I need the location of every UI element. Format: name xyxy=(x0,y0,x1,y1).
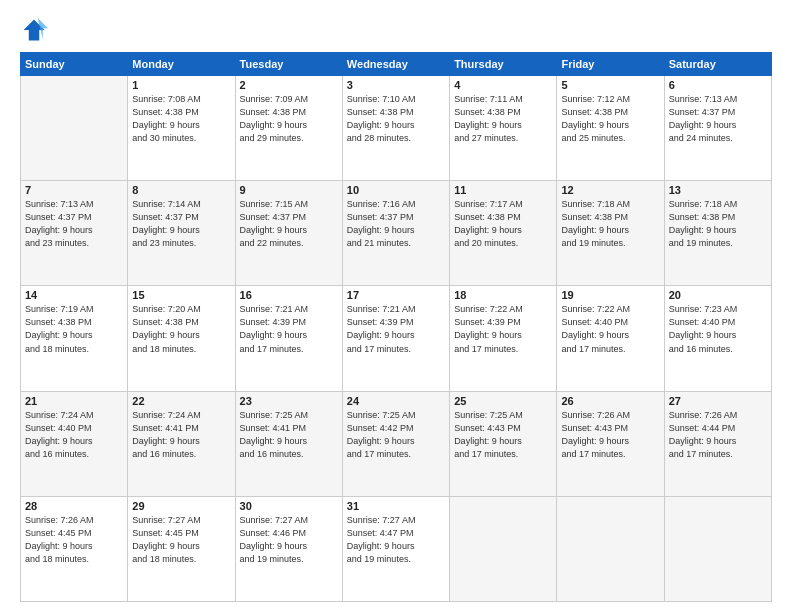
weekday-header: Saturday xyxy=(664,53,771,76)
calendar-week-row: 21Sunrise: 7:24 AM Sunset: 4:40 PM Dayli… xyxy=(21,391,772,496)
calendar-cell: 9Sunrise: 7:15 AM Sunset: 4:37 PM Daylig… xyxy=(235,181,342,286)
day-info: Sunrise: 7:13 AM Sunset: 4:37 PM Dayligh… xyxy=(669,93,767,145)
day-info: Sunrise: 7:27 AM Sunset: 4:46 PM Dayligh… xyxy=(240,514,338,566)
weekday-header: Tuesday xyxy=(235,53,342,76)
weekday-header: Thursday xyxy=(450,53,557,76)
header xyxy=(20,16,772,44)
day-info: Sunrise: 7:13 AM Sunset: 4:37 PM Dayligh… xyxy=(25,198,123,250)
day-number: 22 xyxy=(132,395,230,407)
calendar-week-row: 1Sunrise: 7:08 AM Sunset: 4:38 PM Daylig… xyxy=(21,76,772,181)
page: SundayMondayTuesdayWednesdayThursdayFrid… xyxy=(0,0,792,612)
day-info: Sunrise: 7:27 AM Sunset: 4:45 PM Dayligh… xyxy=(132,514,230,566)
day-info: Sunrise: 7:21 AM Sunset: 4:39 PM Dayligh… xyxy=(240,303,338,355)
day-info: Sunrise: 7:15 AM Sunset: 4:37 PM Dayligh… xyxy=(240,198,338,250)
calendar-cell: 10Sunrise: 7:16 AM Sunset: 4:37 PM Dayli… xyxy=(342,181,449,286)
day-info: Sunrise: 7:23 AM Sunset: 4:40 PM Dayligh… xyxy=(669,303,767,355)
day-info: Sunrise: 7:19 AM Sunset: 4:38 PM Dayligh… xyxy=(25,303,123,355)
calendar-cell: 21Sunrise: 7:24 AM Sunset: 4:40 PM Dayli… xyxy=(21,391,128,496)
day-number: 31 xyxy=(347,500,445,512)
day-number: 24 xyxy=(347,395,445,407)
day-info: Sunrise: 7:24 AM Sunset: 4:40 PM Dayligh… xyxy=(25,409,123,461)
day-info: Sunrise: 7:17 AM Sunset: 4:38 PM Dayligh… xyxy=(454,198,552,250)
day-info: Sunrise: 7:25 AM Sunset: 4:43 PM Dayligh… xyxy=(454,409,552,461)
calendar-cell: 31Sunrise: 7:27 AM Sunset: 4:47 PM Dayli… xyxy=(342,496,449,601)
day-number: 8 xyxy=(132,184,230,196)
day-info: Sunrise: 7:26 AM Sunset: 4:45 PM Dayligh… xyxy=(25,514,123,566)
calendar-cell: 25Sunrise: 7:25 AM Sunset: 4:43 PM Dayli… xyxy=(450,391,557,496)
day-info: Sunrise: 7:27 AM Sunset: 4:47 PM Dayligh… xyxy=(347,514,445,566)
weekday-header: Friday xyxy=(557,53,664,76)
weekday-header: Sunday xyxy=(21,53,128,76)
calendar-cell: 20Sunrise: 7:23 AM Sunset: 4:40 PM Dayli… xyxy=(664,286,771,391)
calendar-cell: 30Sunrise: 7:27 AM Sunset: 4:46 PM Dayli… xyxy=(235,496,342,601)
day-info: Sunrise: 7:22 AM Sunset: 4:39 PM Dayligh… xyxy=(454,303,552,355)
day-number: 17 xyxy=(347,289,445,301)
calendar-cell: 26Sunrise: 7:26 AM Sunset: 4:43 PM Dayli… xyxy=(557,391,664,496)
calendar-cell xyxy=(557,496,664,601)
day-number: 14 xyxy=(25,289,123,301)
day-number: 16 xyxy=(240,289,338,301)
day-info: Sunrise: 7:20 AM Sunset: 4:38 PM Dayligh… xyxy=(132,303,230,355)
calendar-cell: 5Sunrise: 7:12 AM Sunset: 4:38 PM Daylig… xyxy=(557,76,664,181)
day-number: 20 xyxy=(669,289,767,301)
day-number: 25 xyxy=(454,395,552,407)
calendar-cell xyxy=(21,76,128,181)
calendar-cell: 24Sunrise: 7:25 AM Sunset: 4:42 PM Dayli… xyxy=(342,391,449,496)
calendar-cell: 17Sunrise: 7:21 AM Sunset: 4:39 PM Dayli… xyxy=(342,286,449,391)
day-info: Sunrise: 7:26 AM Sunset: 4:43 PM Dayligh… xyxy=(561,409,659,461)
calendar-cell: 23Sunrise: 7:25 AM Sunset: 4:41 PM Dayli… xyxy=(235,391,342,496)
calendar-cell: 6Sunrise: 7:13 AM Sunset: 4:37 PM Daylig… xyxy=(664,76,771,181)
day-number: 18 xyxy=(454,289,552,301)
calendar-cell: 1Sunrise: 7:08 AM Sunset: 4:38 PM Daylig… xyxy=(128,76,235,181)
calendar-table: SundayMondayTuesdayWednesdayThursdayFrid… xyxy=(20,52,772,602)
day-info: Sunrise: 7:08 AM Sunset: 4:38 PM Dayligh… xyxy=(132,93,230,145)
day-number: 4 xyxy=(454,79,552,91)
day-number: 12 xyxy=(561,184,659,196)
day-info: Sunrise: 7:21 AM Sunset: 4:39 PM Dayligh… xyxy=(347,303,445,355)
weekday-header: Monday xyxy=(128,53,235,76)
calendar-cell: 13Sunrise: 7:18 AM Sunset: 4:38 PM Dayli… xyxy=(664,181,771,286)
day-info: Sunrise: 7:12 AM Sunset: 4:38 PM Dayligh… xyxy=(561,93,659,145)
day-number: 1 xyxy=(132,79,230,91)
weekday-header-row: SundayMondayTuesdayWednesdayThursdayFrid… xyxy=(21,53,772,76)
calendar-cell: 29Sunrise: 7:27 AM Sunset: 4:45 PM Dayli… xyxy=(128,496,235,601)
day-info: Sunrise: 7:16 AM Sunset: 4:37 PM Dayligh… xyxy=(347,198,445,250)
day-number: 3 xyxy=(347,79,445,91)
day-number: 23 xyxy=(240,395,338,407)
day-info: Sunrise: 7:18 AM Sunset: 4:38 PM Dayligh… xyxy=(669,198,767,250)
calendar-cell: 15Sunrise: 7:20 AM Sunset: 4:38 PM Dayli… xyxy=(128,286,235,391)
day-number: 19 xyxy=(561,289,659,301)
day-number: 15 xyxy=(132,289,230,301)
day-info: Sunrise: 7:10 AM Sunset: 4:38 PM Dayligh… xyxy=(347,93,445,145)
calendar-cell: 11Sunrise: 7:17 AM Sunset: 4:38 PM Dayli… xyxy=(450,181,557,286)
calendar-cell: 3Sunrise: 7:10 AM Sunset: 4:38 PM Daylig… xyxy=(342,76,449,181)
logo-icon xyxy=(20,16,48,44)
day-number: 6 xyxy=(669,79,767,91)
day-number: 30 xyxy=(240,500,338,512)
calendar-cell: 27Sunrise: 7:26 AM Sunset: 4:44 PM Dayli… xyxy=(664,391,771,496)
day-number: 5 xyxy=(561,79,659,91)
day-number: 21 xyxy=(25,395,123,407)
calendar-cell: 16Sunrise: 7:21 AM Sunset: 4:39 PM Dayli… xyxy=(235,286,342,391)
logo xyxy=(20,16,52,44)
day-info: Sunrise: 7:14 AM Sunset: 4:37 PM Dayligh… xyxy=(132,198,230,250)
calendar-cell: 7Sunrise: 7:13 AM Sunset: 4:37 PM Daylig… xyxy=(21,181,128,286)
calendar-cell: 22Sunrise: 7:24 AM Sunset: 4:41 PM Dayli… xyxy=(128,391,235,496)
day-number: 7 xyxy=(25,184,123,196)
day-info: Sunrise: 7:25 AM Sunset: 4:41 PM Dayligh… xyxy=(240,409,338,461)
day-number: 26 xyxy=(561,395,659,407)
calendar-cell xyxy=(450,496,557,601)
day-info: Sunrise: 7:24 AM Sunset: 4:41 PM Dayligh… xyxy=(132,409,230,461)
calendar-cell xyxy=(664,496,771,601)
day-number: 11 xyxy=(454,184,552,196)
calendar-cell: 4Sunrise: 7:11 AM Sunset: 4:38 PM Daylig… xyxy=(450,76,557,181)
day-info: Sunrise: 7:09 AM Sunset: 4:38 PM Dayligh… xyxy=(240,93,338,145)
calendar-week-row: 28Sunrise: 7:26 AM Sunset: 4:45 PM Dayli… xyxy=(21,496,772,601)
day-info: Sunrise: 7:22 AM Sunset: 4:40 PM Dayligh… xyxy=(561,303,659,355)
day-info: Sunrise: 7:25 AM Sunset: 4:42 PM Dayligh… xyxy=(347,409,445,461)
calendar-week-row: 7Sunrise: 7:13 AM Sunset: 4:37 PM Daylig… xyxy=(21,181,772,286)
day-number: 10 xyxy=(347,184,445,196)
calendar-cell: 12Sunrise: 7:18 AM Sunset: 4:38 PM Dayli… xyxy=(557,181,664,286)
calendar-cell: 2Sunrise: 7:09 AM Sunset: 4:38 PM Daylig… xyxy=(235,76,342,181)
day-number: 28 xyxy=(25,500,123,512)
